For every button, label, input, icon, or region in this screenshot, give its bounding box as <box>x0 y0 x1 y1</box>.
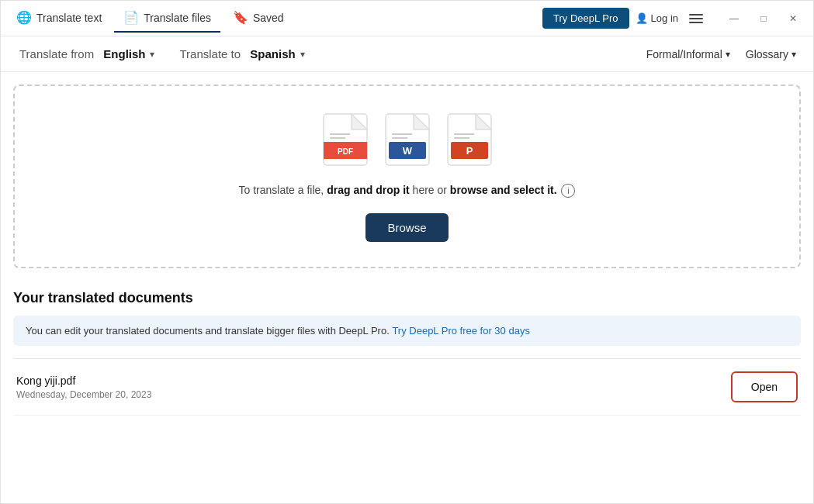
title-bar-left: 🌐 Translate text 📄 Translate files 🔖 Sav… <box>7 4 293 33</box>
window-controls: — □ ✕ <box>720 6 807 31</box>
tab-translate-text[interactable]: 🌐 Translate text <box>7 4 111 33</box>
browse-button[interactable]: Browse <box>365 213 448 242</box>
promo-text: You can edit your translated documents a… <box>26 325 390 337</box>
translated-docs-title: Your translated documents <box>13 290 801 306</box>
word-icon: W <box>383 111 432 168</box>
formality-chevron: ▾ <box>726 49 730 60</box>
drop-instruction: To translate a file, drag and drop it he… <box>239 184 576 198</box>
maximize-button[interactable]: □ <box>750 6 778 31</box>
try-pro-button[interactable]: Try DeepL Pro <box>542 8 629 29</box>
translate-to-selector[interactable]: Translate to Spanish ▾ <box>173 44 310 64</box>
translate-from-chevron: ▾ <box>150 49 154 60</box>
glossary-chevron: ▾ <box>791 49 796 60</box>
globe-icon: 🌐 <box>16 10 32 25</box>
tab-saved-label: Saved <box>253 12 284 24</box>
lang-bar-right: Formal/Informal ▾ Glossary ▾ <box>642 45 801 64</box>
translate-from-label: Translate from <box>19 47 94 60</box>
file-type-icons: PDF W <box>320 111 494 168</box>
doc-name: Kong yiji.pdf <box>16 375 151 387</box>
title-bar-right: Try DeepL Pro 👤 Log in — □ ✕ <box>542 6 807 31</box>
minimize-button[interactable]: — <box>720 6 748 31</box>
translated-docs-section: Your translated documents You can edit y… <box>1 281 813 416</box>
bookmark-icon: 🔖 <box>233 10 248 25</box>
promo-link[interactable]: Try DeepL Pro free for 30 days <box>392 325 530 337</box>
tab-translate-files-label: Translate files <box>144 12 211 24</box>
open-button-wrapper: Open <box>731 371 798 402</box>
login-label: Log in <box>651 12 678 24</box>
pdf-icon: PDF <box>320 111 370 168</box>
lang-bar: Translate from English ▾ Translate to Sp… <box>1 36 813 72</box>
svg-text:P: P <box>466 145 473 157</box>
login-button[interactable]: 👤 Log in <box>636 12 678 24</box>
file-icon: 📄 <box>123 10 139 25</box>
drop-zone[interactable]: PDF W <box>13 85 801 268</box>
translate-to-chevron: ▾ <box>300 49 305 60</box>
promo-banner: You can edit your translated documents a… <box>13 316 801 346</box>
tab-saved[interactable]: 🔖 Saved <box>223 4 293 33</box>
formality-selector[interactable]: Formal/Informal ▾ <box>642 45 735 64</box>
translate-to-label: Translate to <box>179 47 241 60</box>
svg-text:W: W <box>402 145 412 157</box>
tab-translate-files[interactable]: 📄 Translate files <box>114 4 220 33</box>
tab-translate-text-label: Translate text <box>36 12 102 24</box>
document-list: Kong yiji.pdf Wednesday, December 20, 20… <box>13 358 801 416</box>
close-button[interactable]: ✕ <box>779 6 807 31</box>
formality-label: Formal/Informal <box>646 48 722 60</box>
translate-from-value: English <box>103 47 145 60</box>
svg-text:PDF: PDF <box>338 147 353 156</box>
user-icon: 👤 <box>636 12 648 24</box>
info-icon[interactable]: i <box>561 184 575 198</box>
glossary-selector[interactable]: Glossary ▾ <box>741 45 801 64</box>
open-button[interactable]: Open <box>734 375 795 399</box>
translate-to-value: Spanish <box>250 47 295 60</box>
doc-date: Wednesday, December 20, 2023 <box>16 389 151 400</box>
menu-icon[interactable] <box>684 9 708 28</box>
table-row: Kong yiji.pdf Wednesday, December 20, 20… <box>13 359 801 416</box>
title-bar: 🌐 Translate text 📄 Translate files 🔖 Sav… <box>1 1 813 36</box>
powerpoint-icon: P <box>445 111 494 168</box>
translate-from-selector[interactable]: Translate from English ▾ <box>13 44 161 64</box>
drop-zone-wrapper: PDF W <box>1 72 813 281</box>
glossary-label: Glossary <box>746 48 788 60</box>
doc-info: Kong yiji.pdf Wednesday, December 20, 20… <box>16 375 151 400</box>
